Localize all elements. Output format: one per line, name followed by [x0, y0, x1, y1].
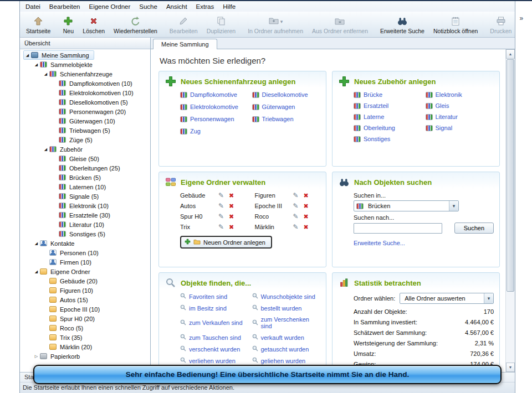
menu-item[interactable]: Bearbeiten: [45, 2, 85, 11]
edit-icon[interactable]: [218, 203, 224, 209]
tree-item[interactable]: ▷ Papierkorb: [33, 351, 84, 361]
toolbar-button-in-ordner-aufnehmen[interactable]: In Ordner aufnehmen: [243, 12, 308, 37]
toolbar-button-notizblock[interactable]: Notizblock öffnen: [429, 12, 482, 37]
find-objects-link[interactable]: zum Verkaufen sind: [180, 316, 249, 329]
delete-icon[interactable]: [304, 203, 309, 209]
menu-item[interactable]: Datei: [21, 2, 45, 11]
create-accessory-link[interactable]: Laterne: [354, 113, 422, 120]
create-accessory-link[interactable]: Signal: [426, 125, 494, 131]
search-button[interactable]: Suchen: [454, 223, 494, 234]
tree-item[interactable]: Firmen (10): [42, 257, 96, 267]
tree-item[interactable]: Ersatzteile (30): [52, 210, 115, 220]
tree-item[interactable]: Laternen (10): [52, 182, 110, 192]
tree-item[interactable]: Brücken (5): [52, 173, 105, 182]
toolbar-button-drucken[interactable]: Drucken: [485, 12, 516, 37]
create-accessory-link[interactable]: Sonstiges: [354, 136, 422, 142]
chevron-down-icon[interactable]: [449, 201, 458, 211]
find-objects-link[interactable]: Favoriten sind: [180, 293, 249, 300]
edit-icon[interactable]: [293, 203, 299, 209]
expander-icon[interactable]: ▷: [33, 354, 40, 359]
search-in-select[interactable]: Brücken: [354, 200, 459, 211]
tree-item[interactable]: Autos (15): [42, 295, 93, 304]
edit-icon[interactable]: [218, 224, 224, 230]
toolbar-button-wiederherstellen[interactable]: Wiederherstellen: [109, 12, 162, 37]
chevron-down-icon[interactable]: [280, 18, 283, 24]
tree-item[interactable]: Personen (10): [42, 248, 103, 257]
tree-item[interactable]: Literatur (10): [52, 220, 109, 229]
expander-icon[interactable]: ◢: [33, 270, 40, 274]
tree-item[interactable]: Epoche III (10): [42, 304, 104, 314]
expander-icon[interactable]: ◢: [42, 147, 49, 152]
expander-icon[interactable]: ◢: [33, 63, 40, 67]
expander-icon[interactable]: ◢: [24, 53, 31, 58]
tree-item[interactable]: ◢ Schienenfahrzeuge: [42, 69, 117, 79]
delete-icon[interactable]: [229, 203, 234, 209]
tree-item[interactable]: Elektronik (10): [52, 201, 113, 210]
tree-item[interactable]: Oberleitungen (25): [52, 163, 125, 173]
create-accessory-link[interactable]: Ersatzteil: [354, 102, 422, 109]
tree-item[interactable]: Personenwagen (20): [52, 107, 130, 116]
delete-icon[interactable]: [304, 214, 309, 220]
tree-item[interactable]: ◢ Meine Sammlung: [23, 50, 94, 60]
find-objects-link[interactable]: Wunschobjekte sind: [252, 293, 321, 300]
menu-item[interactable]: Extras: [192, 2, 219, 11]
stats-folder-select[interactable]: Alle Ordner auswerten: [400, 293, 494, 304]
scroll-down-button[interactable]: [506, 363, 515, 372]
tree-item[interactable]: Märklin (20): [42, 342, 96, 351]
delete-icon[interactable]: [229, 193, 234, 199]
tab-meine-sammlung[interactable]: Meine Sammlung: [153, 39, 217, 49]
tree-item[interactable]: ◢ Kontakte: [33, 239, 79, 248]
find-objects-link[interactable]: verschenkt wurden: [180, 345, 249, 353]
advanced-search-link[interactable]: Erweiterte Suche...: [354, 240, 405, 246]
menu-item[interactable]: Ansicht: [162, 2, 192, 11]
delete-icon[interactable]: [304, 224, 309, 230]
edit-icon[interactable]: [218, 213, 224, 220]
delete-icon[interactable]: [304, 193, 309, 199]
find-objects-link[interactable]: bestellt wurden: [252, 304, 321, 312]
create-accessory-link[interactable]: Elektronik: [426, 91, 494, 98]
create-accessory-link[interactable]: Oberleitung: [354, 125, 422, 131]
find-objects-link[interactable]: verliehen wurden: [180, 357, 249, 364]
edit-icon[interactable]: [293, 192, 299, 199]
menu-item[interactable]: Suche: [135, 2, 162, 11]
tree-item[interactable]: Spur H0 (20): [42, 314, 99, 323]
toolbar-button-aus-ordner-entfernen[interactable]: Aus Ordner entfernen: [308, 12, 372, 37]
tree-item[interactable]: ◢ Zubehör: [42, 144, 87, 154]
tree-item[interactable]: Züge (5): [52, 135, 97, 144]
tree-item[interactable]: Trix (35): [42, 333, 87, 342]
create-vehicle-link[interactable]: Zug: [180, 128, 249, 135]
find-objects-link[interactable]: geliehen wurden: [252, 357, 321, 364]
create-accessory-link[interactable]: Gleis: [426, 102, 494, 109]
create-accessory-link[interactable]: Literatur: [426, 113, 494, 120]
scroll-up-button[interactable]: [506, 49, 515, 59]
toolbar-button-duplizieren[interactable]: Duplizieren: [202, 12, 241, 37]
create-vehicle-link[interactable]: Elektrolokomotive: [180, 104, 249, 110]
tree-item[interactable]: Signale (5): [52, 192, 103, 201]
create-vehicle-link[interactable]: Güterwagen: [252, 104, 321, 110]
menu-item[interactable]: Hilfe: [218, 2, 240, 11]
toolbar-button-loeschen[interactable]: Löschen: [78, 12, 109, 37]
delete-icon[interactable]: [229, 214, 234, 220]
edit-icon[interactable]: [218, 192, 224, 199]
create-vehicle-link[interactable]: Diesellokomotive: [252, 91, 321, 98]
tree-item[interactable]: ◢ Eigene Ordner: [33, 267, 95, 276]
create-accessory-link[interactable]: Brücke: [354, 91, 422, 98]
find-objects-link[interactable]: zum Tauschen sind: [180, 334, 249, 341]
tree-item[interactable]: Elektrolokomotiven (10): [52, 88, 138, 97]
search-input[interactable]: [354, 223, 442, 234]
toolbar-button-bearbeiten[interactable]: Bearbeiten: [165, 12, 202, 37]
toolbar-button-erweiterte-suche[interactable]: Erweiterte Suche: [376, 12, 429, 37]
toolbar-button-neu[interactable]: Neu: [58, 12, 78, 37]
expander-icon[interactable]: ◢: [33, 241, 40, 246]
tree-item[interactable]: Sonstiges (5): [52, 229, 110, 239]
expander-icon[interactable]: ◢: [42, 72, 49, 76]
tree-item[interactable]: Gleise (50): [52, 154, 104, 163]
tree-item[interactable]: Figuren (10): [42, 286, 98, 295]
create-vehicle-link[interactable]: Dampflokomotive: [180, 91, 249, 98]
tree-item[interactable]: Roco (5): [42, 323, 88, 333]
delete-icon[interactable]: [229, 224, 234, 230]
menu-item[interactable]: Eigene Ordner: [84, 2, 135, 11]
new-folder-button[interactable]: Neuen Ordner anlegen: [180, 236, 272, 249]
find-objects-link[interactable]: im Besitz sind: [180, 304, 249, 312]
tree-item[interactable]: Dampflokomotiven (10): [52, 79, 137, 88]
